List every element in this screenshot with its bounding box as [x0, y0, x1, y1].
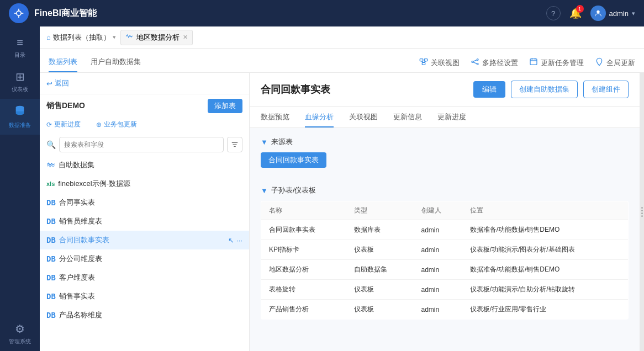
tree-item-customer[interactable]: DB 客户维度表	[40, 268, 249, 287]
sidebar-label-data: 数据准备	[9, 121, 31, 129]
db-icon-product: DB	[46, 311, 56, 320]
xls-icon: xls	[46, 180, 55, 187]
create-self-button[interactable]: 创建自助数据集	[511, 81, 578, 98]
action-global-update[interactable]: 全局更新	[595, 57, 635, 68]
sidebar-item-data[interactable]: 数据准备	[0, 99, 40, 135]
breadcrumb-tab[interactable]: 地区数据分析 ✕	[120, 30, 193, 45]
content-area: ⌂ 数据列表（抽取） ▾ 地区数据分析 ✕ 数据列表 用户自助数据集	[40, 26, 644, 351]
tree-item-label-sales: 销售员维度表	[59, 216, 242, 226]
right-edge-handle[interactable]	[640, 73, 644, 351]
col-header-name: 名称	[261, 201, 347, 220]
children-toggle[interactable]: ▼	[261, 187, 268, 195]
table-row[interactable]: KPI指标卡 仪表板 admin 仪表板/功能演示/图表分析/基础图表	[261, 240, 629, 260]
tree-item-branch[interactable]: DB 分公司维度表	[40, 249, 249, 268]
cell-creator: admin	[414, 220, 462, 240]
add-table-button[interactable]: 添加表	[208, 99, 242, 113]
tab-user-self[interactable]: 用户自助数据集	[91, 51, 141, 72]
tree-item-excel[interactable]: xls finebiexcel示例-数据源	[40, 174, 249, 193]
svg-point-5	[597, 10, 599, 13]
search-settings-button[interactable]	[227, 137, 242, 152]
right-actions: 编辑 创建自助数据集 创建组件	[473, 81, 629, 98]
tab-lineage[interactable]: 血缘分析	[305, 107, 334, 127]
action-multipath[interactable]: 多路径设置	[471, 57, 518, 68]
sidebar-item-admin[interactable]: ⚙ 管理系统	[0, 317, 40, 351]
cell-creator: admin	[414, 240, 462, 260]
multipath-icon	[471, 57, 479, 68]
svg-rect-7	[420, 59, 423, 61]
sidebar-label-dashboard: 仪表板	[12, 86, 28, 93]
biz-update-link[interactable]: ⊕ 业务包更新	[96, 120, 137, 129]
search-input[interactable]	[59, 137, 224, 152]
help-icon[interactable]: ?	[546, 6, 561, 20]
table-row[interactable]: 合同回款事实表 数据库表 admin 数据准备/功能数据/销售DEMO	[261, 220, 629, 240]
tab-update-info[interactable]: 更新信息	[393, 107, 422, 127]
db-icon-payment: DB	[46, 236, 56, 244]
search-row: 🔍	[40, 134, 249, 156]
table-row[interactable]: 表格旋转 仪表板 admin 仪表板/功能演示/自助分析/钻取旋转	[261, 280, 629, 300]
action-related-view[interactable]: 关联视图	[419, 57, 460, 68]
global-update-icon	[595, 57, 604, 68]
admin-menu[interactable]: admin ▾	[590, 6, 635, 21]
left-panel-header: ↩ 返回	[40, 73, 249, 94]
edit-button[interactable]: 编辑	[473, 81, 505, 98]
tab-close-icon[interactable]: ✕	[183, 34, 188, 41]
cell-type: 仪表板	[346, 240, 413, 260]
svg-point-13	[477, 59, 478, 61]
tree-item-contract[interactable]: DB 合同事实表	[40, 193, 249, 212]
children-section-header: ▼ 子孙表/仪表板	[261, 185, 629, 195]
children-section: ▼ 子孙表/仪表板 名称 类型 创建人 位置	[261, 185, 629, 320]
table-row[interactable]: 地区数据分析 自助数据集 admin 数据准备/功能数据/销售DEMO	[261, 260, 629, 280]
tree-item-contract-payment[interactable]: DB 合同回款事实表 ↖ ···	[40, 231, 249, 249]
notification-badge: 1	[576, 5, 584, 13]
update-tasks-label: 更新任务管理	[541, 58, 584, 68]
tab-data-list[interactable]: 数据列表	[49, 51, 77, 72]
more-icon-2[interactable]: ···	[236, 236, 242, 244]
update-tasks-icon	[529, 57, 538, 68]
tab-update-progress[interactable]: 更新进度	[437, 107, 466, 127]
svg-point-12	[472, 61, 473, 63]
breadcrumb-bar: ⌂ 数据列表（抽取） ▾ 地区数据分析 ✕	[40, 26, 644, 49]
action-update-tasks[interactable]: 更新任务管理	[529, 57, 584, 68]
breadcrumb-dropdown-icon: ▾	[113, 34, 116, 41]
db-icon-customer: DB	[46, 273, 56, 282]
tab-data-preview[interactable]: 数据预览	[261, 107, 289, 127]
col-header-location: 位置	[462, 201, 629, 220]
wave-icon	[125, 33, 133, 42]
svg-rect-9	[422, 62, 425, 65]
source-toggle[interactable]: ▼	[261, 138, 268, 146]
right-title: 合同回款事实表	[261, 83, 330, 96]
tree-item-label-payment: 合同回款事实表	[59, 235, 225, 245]
source-section-label: 来源表	[271, 137, 293, 147]
left-panel: ↩ 返回 销售DEMO 添加表 ⟳ 更新进度 ⊕ 业务包更新	[40, 73, 250, 351]
cell-name: KPI指标卡	[261, 240, 347, 260]
lineage-body: ▼ 来源表 合同回款事实表 ▼ 子孙表/仪表板	[250, 128, 640, 351]
back-button[interactable]: ↩ 返回	[46, 78, 69, 88]
admin-avatar	[590, 6, 606, 21]
icon-sidebar: ≡ 目录 ⊞ 仪表板 数据准备 ⚙ 管理系统	[0, 26, 40, 351]
search-icon: 🔍	[46, 140, 56, 149]
col-header-creator: 创建人	[414, 201, 462, 220]
sidebar-item-dashboard[interactable]: ⊞ 仪表板	[0, 65, 40, 99]
tree-item-sales[interactable]: DB 销售员维度表	[40, 212, 249, 231]
create-component-button[interactable]: 创建组件	[583, 81, 629, 98]
tree-item-sales-fact[interactable]: DB 销售事实表	[40, 287, 249, 306]
main-layout: ≡ 目录 ⊞ 仪表板 数据准备 ⚙ 管理系统 ⌂ 数据列表（抽取） ▾	[0, 26, 644, 351]
sidebar-item-catalog[interactable]: ≡ 目录	[0, 31, 40, 65]
lineage-table: 名称 类型 创建人 位置 合同回款事实表 数据库表 admin 数据准备/功能数…	[261, 201, 629, 320]
tree-item-label-branch: 分公司维度表	[59, 254, 242, 264]
sidebar-label-catalog: 目录	[14, 51, 25, 59]
notification-bell[interactable]: 🔔 1	[569, 7, 582, 19]
tree-item-product[interactable]: DB 产品名称维度	[40, 306, 249, 325]
svg-line-15	[473, 60, 477, 62]
breadcrumb-home[interactable]: ⌂ 数据列表（抽取） ▾	[46, 33, 116, 42]
update-progress-link[interactable]: ⟳ 更新进度	[46, 120, 81, 129]
tree-item-label-product: 产品名称维度	[59, 310, 242, 320]
table-row[interactable]: 产品销售分析 仪表板 admin 仪表板/行业应用/零售行业	[261, 300, 629, 320]
cursor-icon-2: ↖	[228, 236, 234, 244]
top-nav: FineBI商业智能 ? 🔔 1 admin ▾	[0, 0, 644, 26]
biz-update-icon: ⊕	[96, 121, 102, 129]
tree-item-self-data[interactable]: 自助数据集 ↖ ···	[40, 156, 249, 174]
cell-type: 数据库表	[346, 220, 413, 240]
tab-related-view[interactable]: 关联视图	[349, 107, 378, 127]
breadcrumb-tab-label: 地区数据分析	[136, 33, 180, 42]
